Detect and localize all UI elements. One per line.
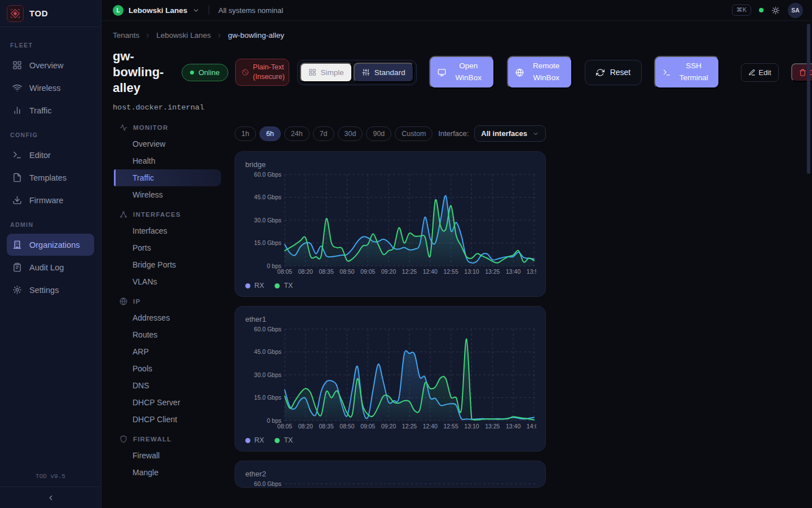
sidebar-item-templates[interactable]: Templates (7, 167, 94, 189)
view-mode-standard[interactable]: Standard (354, 63, 414, 82)
subnav-item-overview[interactable]: Overview (114, 135, 221, 152)
user-avatar[interactable]: SA (788, 3, 803, 18)
edit-button[interactable]: Edit (741, 63, 778, 82)
scrollbar-thumb[interactable] (807, 24, 810, 174)
range-pill-7d[interactable]: 7d (313, 126, 334, 141)
sidebar-item-wireless[interactable]: Wireless (7, 77, 94, 99)
sidebar-item-label: Templates (29, 173, 67, 182)
remote-winbox-button[interactable]: Remote WinBox (507, 56, 572, 89)
sidebar-item-overview[interactable]: Overview (7, 54, 94, 76)
subnav-section-label: FIREWALL (113, 429, 221, 447)
svg-text:14:00: 14:00 (527, 423, 536, 430)
svg-text:12:55: 12:55 (444, 268, 458, 275)
interface-filter: Interface: All interfaces (438, 125, 546, 142)
sidebar-nav: FLEETOverviewWirelessTrafficCONFIGEditor… (0, 27, 101, 465)
globe-icon (515, 68, 524, 77)
subnav-item-addresses[interactable]: Addresses (114, 309, 221, 326)
legend-rx: RX (245, 436, 264, 444)
grid-icon (308, 68, 316, 76)
refresh-icon (596, 68, 604, 77)
chart-legend: RXTX (245, 282, 536, 290)
chevron-left-icon (47, 494, 55, 502)
online-badge-label: Online (198, 68, 220, 77)
health-status-dot (759, 8, 764, 12)
file-icon (12, 173, 22, 182)
chart-card-ether2: ether260.0 Gbps (235, 461, 546, 488)
svg-text:09:20: 09:20 (381, 423, 396, 430)
sidebar-item-label: Firmware (29, 196, 63, 205)
interface-select[interactable]: All interfaces (474, 125, 546, 142)
sidebar-item-settings[interactable]: Settings (7, 279, 94, 301)
svg-text:09:20: 09:20 (381, 268, 396, 275)
breadcrumb-tenants[interactable]: Tenants (113, 31, 139, 40)
subnav-item-traffic[interactable]: Traffic (114, 169, 221, 186)
sidebar-item-organizations[interactable]: Organizations (7, 234, 94, 256)
subnav-item-bridge-ports[interactable]: Bridge Ports (114, 256, 221, 273)
svg-text:08:20: 08:20 (298, 268, 313, 275)
sidebar-item-audit-log[interactable]: Audit Log (7, 256, 94, 278)
breadcrumb-tenant-name[interactable]: Lebowski Lanes (156, 31, 211, 40)
sidebar-section-label-admin: ADMIN (10, 221, 91, 228)
svg-text:08:20: 08:20 (298, 423, 313, 430)
subnav-item-wireless[interactable]: Wireless (114, 186, 221, 203)
subnav-item-ports[interactable]: Ports (114, 239, 221, 256)
subnav-item-arp[interactable]: ARP (114, 343, 221, 360)
subnav-item-dhcp-client[interactable]: DHCP Client (114, 411, 221, 428)
keyboard-shortcut-badge[interactable]: ⌘K (732, 5, 751, 16)
traffic-chart-svg: 60.0 Gbps45.0 Gbps30.0 Gbps15.0 Gbps0 bp… (244, 326, 536, 432)
svg-text:08:50: 08:50 (339, 423, 354, 430)
svg-text:08:05: 08:05 (277, 268, 292, 275)
sidebar-item-editor[interactable]: Editor (7, 144, 94, 166)
svg-text:12:40: 12:40 (423, 268, 438, 275)
subnav-item-dns[interactable]: DNS (114, 377, 221, 394)
content-area: Tenants Lebowski Lanes gw-bowling-alley … (102, 21, 812, 508)
sidebar-footer: TOD v9.5 (0, 465, 101, 508)
ssh-terminal-button[interactable]: SSH Terminal (654, 56, 720, 89)
legend-dot-tx (275, 438, 280, 443)
sidebar-item-firmware[interactable]: Firmware (7, 189, 94, 211)
chart-card-bridge: bridge60.0 Gbps45.0 Gbps30.0 Gbps15.0 Gb… (235, 151, 546, 297)
subnav-item-dhcp-server[interactable]: DHCP Server (114, 394, 221, 411)
sidebar-item-traffic[interactable]: Traffic (7, 99, 94, 121)
sidebar-section-label-fleet: FLEET (10, 42, 91, 49)
device-header: gw-bowling-alley Online Plain-Text (Inse… (113, 49, 801, 96)
view-mode-label: Simple (321, 68, 344, 77)
pencil-icon (748, 69, 756, 76)
theme-toggle-button[interactable] (771, 6, 780, 15)
app-root: TOD FLEETOverviewWirelessTrafficCONFIGEd… (0, 0, 812, 508)
topbar: L Lebowski Lanes All systems nominal ⌘K … (102, 0, 812, 21)
legend-dot-rx (245, 438, 250, 443)
range-pill-30d[interactable]: 30d (338, 126, 363, 141)
reset-button[interactable]: Reset (585, 60, 642, 85)
range-pill-24h[interactable]: 24h (284, 126, 310, 141)
subnav-section-label-text: IP (133, 298, 140, 305)
range-pill-6h[interactable]: 6h (259, 126, 281, 141)
open-winbox-button[interactable]: Open WinBox (429, 56, 495, 89)
range-pill-90d[interactable]: 90d (366, 126, 391, 141)
subnav-section-label-text: FIREWALL (133, 436, 171, 443)
subnav-item-pools[interactable]: Pools (114, 360, 221, 377)
view-mode-simple[interactable]: Simple (300, 63, 352, 82)
subnav-item-interfaces[interactable]: Interfaces (114, 222, 221, 239)
tenant-switcher[interactable]: L Lebowski Lanes (113, 5, 200, 16)
breadcrumb-current: gw-bowling-alley (228, 31, 284, 40)
subnav-item-mangle[interactable]: Mangle (114, 464, 221, 481)
svg-text:08:05: 08:05 (277, 423, 292, 430)
terminal-icon (663, 68, 671, 77)
interface-select-value: All interfaces (481, 129, 527, 138)
subnav-item-vlans[interactable]: VLANs (114, 273, 221, 290)
sidebar-collapse-button[interactable] (0, 487, 101, 508)
svg-text:45.0 Gbps: 45.0 Gbps (254, 194, 281, 200)
svg-text:08:35: 08:35 (319, 268, 334, 275)
subnav-section-monitor: MONITOROverviewHealthTrafficWireless (113, 117, 221, 203)
device-body: MONITOROverviewHealthTrafficWirelessINTE… (113, 117, 801, 488)
insecure-badge-label: Plain-Text (Insecure) (253, 63, 285, 82)
subnav-item-firewall[interactable]: Firewall (114, 447, 221, 464)
slash-circle-icon (242, 69, 249, 76)
range-pill-custom[interactable]: Custom (395, 126, 433, 141)
subnav-item-routes[interactable]: Routes (114, 326, 221, 343)
subnav-section-firewall: FIREWALLFirewallMangle (113, 429, 221, 481)
gear-icon (12, 285, 22, 295)
range-pill-1h[interactable]: 1h (235, 126, 256, 141)
subnav-item-health[interactable]: Health (114, 152, 221, 169)
